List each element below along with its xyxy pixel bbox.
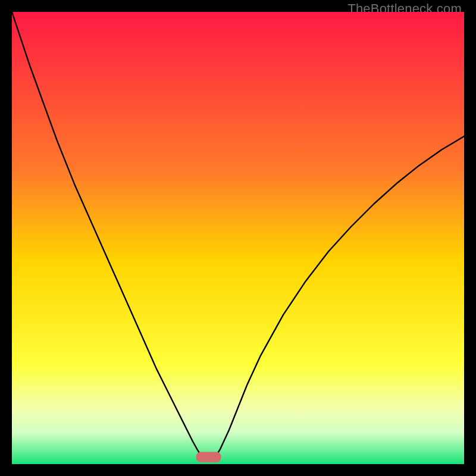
bottleneck-chart bbox=[12, 12, 464, 464]
chart-background bbox=[12, 12, 464, 464]
optimal-marker bbox=[196, 452, 221, 462]
chart-frame bbox=[12, 12, 464, 464]
